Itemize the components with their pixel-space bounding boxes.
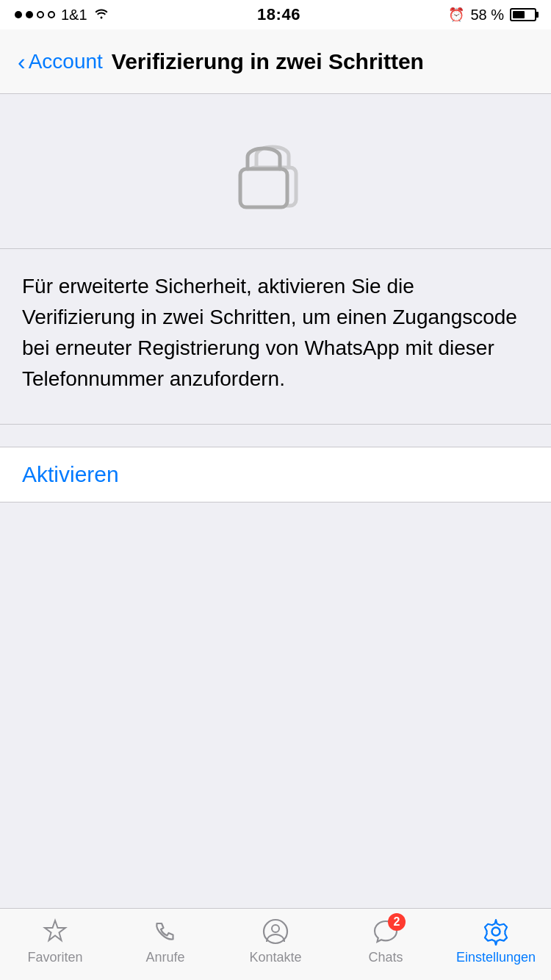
dot-3 xyxy=(37,11,44,18)
tab-einstellungen[interactable]: Einstellungen xyxy=(441,916,551,965)
empty-area xyxy=(0,502,551,899)
battery-icon xyxy=(510,8,536,21)
status-right: ⏰ 58 % xyxy=(448,7,536,24)
description-text: Für erweiterte Sicherheit, aktivieren Si… xyxy=(22,271,529,394)
kontakte-label: Kontakte xyxy=(249,950,301,965)
favoriten-label: Favoriten xyxy=(27,950,82,965)
status-bar: 1&1 18:46 ⏰ 58 % xyxy=(0,0,551,29)
anrufe-icon xyxy=(150,916,181,947)
separator-space xyxy=(0,425,551,447)
kontakte-icon xyxy=(260,916,291,947)
back-label: Account xyxy=(29,50,103,73)
einstellungen-icon xyxy=(480,916,511,947)
navigation-bar: ‹ Account Verifizierung in zwei Schritte… xyxy=(0,29,551,94)
chats-icon: 2 xyxy=(370,916,401,947)
wifi-icon xyxy=(93,7,109,23)
back-chevron-icon: ‹ xyxy=(18,50,26,73)
lock-icon-section xyxy=(0,94,551,249)
tab-chats[interactable]: 2 Chats xyxy=(331,916,441,965)
dot-1 xyxy=(15,11,22,18)
anrufe-label: Anrufe xyxy=(145,950,184,965)
back-button[interactable]: ‹ Account xyxy=(18,50,103,73)
tab-anrufe[interactable]: Anrufe xyxy=(110,916,220,965)
status-left: 1&1 xyxy=(15,7,109,24)
dot-2 xyxy=(26,11,33,18)
svg-rect-1 xyxy=(240,169,287,207)
tab-bar: Favoriten Anrufe Kontakte 2 Chats xyxy=(0,908,551,980)
favoriten-icon xyxy=(40,916,71,947)
svg-point-5 xyxy=(492,928,500,936)
signal-dots xyxy=(15,11,55,18)
tab-favoriten[interactable]: Favoriten xyxy=(0,916,110,965)
page-title: Verifizierung in zwei Schritten xyxy=(112,49,424,74)
battery-percent: 58 % xyxy=(470,7,504,24)
description-section: Für erweiterte Sicherheit, aktivieren Si… xyxy=(0,249,551,425)
svg-point-4 xyxy=(272,925,279,932)
aktivieren-button[interactable]: Aktivieren xyxy=(22,462,119,487)
chats-badge: 2 xyxy=(388,913,406,931)
battery-fill xyxy=(513,11,525,18)
dot-4 xyxy=(48,11,55,18)
tab-kontakte[interactable]: Kontakte xyxy=(220,916,331,965)
content-area: Für erweiterte Sicherheit, aktivieren Si… xyxy=(0,94,551,899)
aktivieren-row: Aktivieren xyxy=(0,447,551,502)
chats-label: Chats xyxy=(368,950,403,965)
time-display: 18:46 xyxy=(257,5,300,24)
lock-icon xyxy=(231,131,320,219)
einstellungen-label: Einstellungen xyxy=(456,950,536,965)
svg-marker-2 xyxy=(45,920,65,940)
lock-icon-wrapper xyxy=(231,131,320,219)
alarm-icon: ⏰ xyxy=(448,7,464,23)
carrier-label: 1&1 xyxy=(61,7,87,24)
